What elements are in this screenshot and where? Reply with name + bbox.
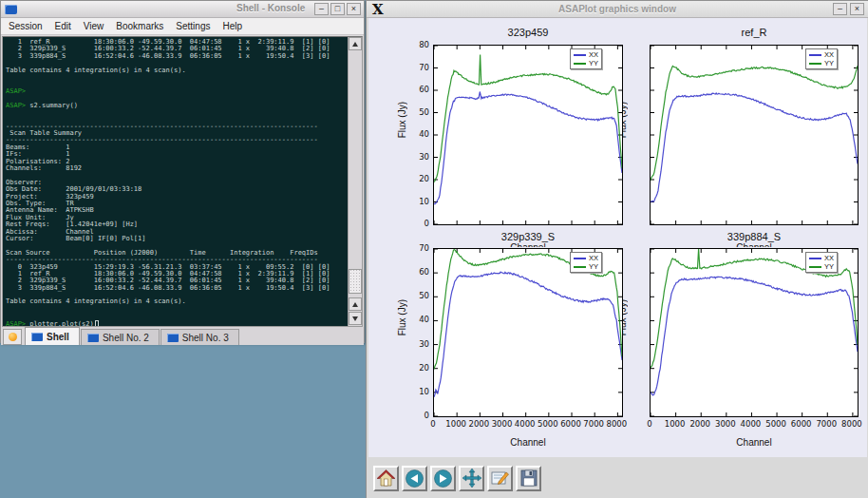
forward-icon	[434, 469, 452, 488]
clipped-xlabel: Channel	[650, 242, 859, 247]
asaplot-titlebar[interactable]: X ASAPlot graphics window – ×	[367, 1, 868, 18]
back-button[interactable]	[402, 466, 427, 491]
tab-shell-3[interactable]: Shell No. 3	[160, 329, 239, 345]
legend: XXYY	[570, 252, 602, 273]
home-button[interactable]	[373, 466, 399, 491]
menu-edit[interactable]: Edit	[55, 21, 71, 31]
legend-swatch-xx	[809, 258, 821, 259]
legend-label: YY	[589, 59, 598, 67]
subplot-axes-ref-r[interactable]	[650, 45, 859, 225]
x-tick-label: 7000	[812, 419, 840, 429]
subplot-axes-329p339s[interactable]	[433, 248, 623, 417]
tab-shell-3-label: Shell No. 3	[182, 333, 229, 343]
forward-button[interactable]	[430, 466, 456, 491]
edit-icon	[491, 469, 510, 488]
scroll-up-icon[interactable]	[349, 297, 362, 311]
terminal-tab-icon	[167, 334, 179, 342]
y-tick-label: 40	[408, 129, 429, 139]
konsole-app-icon	[5, 5, 17, 14]
legend-label: XX	[824, 254, 834, 262]
clipped-xlabel: Channel	[433, 242, 623, 247]
x-tick-label: 6000	[787, 419, 816, 429]
legend-swatch-xx	[809, 54, 821, 56]
menu-help[interactable]: Help	[222, 21, 242, 31]
close-button[interactable]: ×	[850, 3, 864, 15]
plot-canvas[interactable]: 323p459 ref_R 329p339_S 339p884_S Channe…	[368, 18, 867, 457]
tab-shell-label: Shell	[47, 332, 69, 342]
new-session-button[interactable]	[3, 329, 22, 345]
save-button[interactable]	[516, 466, 541, 491]
pan-button[interactable]	[459, 466, 484, 491]
y-tick-label: 10	[408, 197, 429, 206]
scroll-down-icon[interactable]	[349, 312, 362, 325]
x-axis-label: Channel	[650, 437, 859, 448]
x-tick-label: 0	[635, 419, 664, 429]
terminal-scrollbar[interactable]	[348, 37, 362, 326]
x-tick-label: 3000	[711, 419, 740, 429]
legend-swatch-yy	[574, 63, 586, 65]
session-lamp-icon	[9, 333, 17, 341]
minimize-button[interactable]: –	[833, 3, 847, 15]
subplot-axes-323p459[interactable]	[433, 45, 623, 225]
menu-view[interactable]: View	[84, 21, 104, 31]
terminal-tab-icon	[31, 333, 43, 341]
legend-swatch-yy	[574, 266, 586, 268]
subplot-title: 329p339_S	[433, 231, 623, 242]
legend-label: YY	[589, 262, 598, 271]
subplot-title: 323p459	[433, 27, 623, 38]
x-tick-label: 8000	[602, 419, 631, 429]
x-tick-label: 8000	[838, 419, 866, 429]
maximize-button[interactable]: □	[330, 3, 345, 15]
legend-label: XX	[824, 50, 834, 59]
subplot-title: 339p884_S	[650, 231, 859, 242]
menu-settings[interactable]: Settings	[176, 21, 210, 31]
y-tick-label: 70	[408, 243, 429, 253]
x-tick-label: 1000	[661, 419, 689, 429]
menu-bookmarks[interactable]: Bookmarks	[116, 21, 163, 31]
legend-label: XX	[589, 50, 598, 59]
save-icon	[520, 469, 538, 487]
y-tick-label: 60	[408, 85, 429, 94]
konsole-titlebar[interactable]: Shell - Konsole – □ ×	[1, 1, 364, 18]
subplot-title: ref_R	[650, 27, 859, 38]
y-axis-label: Flux (Jy)	[397, 102, 407, 138]
scrollbar-thumb[interactable]	[349, 269, 362, 294]
asaplot-window: X ASAPlot graphics window – × 323p459 re…	[366, 0, 868, 498]
y-tick-label: 80	[408, 40, 429, 49]
konsole-menubar: Session Edit View Bookmarks Settings Hel…	[1, 18, 364, 35]
legend-label: YY	[824, 59, 834, 67]
home-icon	[377, 469, 395, 488]
legend-swatch-xx	[574, 54, 586, 56]
x-tick-label: 4000	[736, 419, 764, 429]
y-tick-label: 0	[408, 219, 429, 228]
terminal-output[interactable]: 1 ref_R 18:30:06.0 -49.59.30.0 04:47:58 …	[3, 37, 348, 326]
y-tick-label: 30	[408, 339, 429, 349]
konsole-window: Shell - Konsole – □ × Session Edit View …	[0, 0, 365, 343]
legend: XXYY	[805, 252, 838, 273]
minimize-button[interactable]: –	[314, 3, 329, 15]
subplot-axes-339p884s[interactable]	[650, 248, 859, 417]
legend-label: XX	[589, 254, 598, 262]
legend: XXYY	[805, 48, 838, 69]
y-tick-label: 60	[408, 267, 429, 277]
tab-shell[interactable]: Shell	[25, 327, 80, 345]
y-tick-label: 20	[408, 174, 429, 183]
edit-button[interactable]	[487, 466, 513, 491]
tab-shell-2[interactable]: Shell No. 2	[81, 329, 160, 345]
y-tick-label: 40	[408, 315, 429, 324]
konsole-window-title: Shell - Konsole	[236, 3, 305, 13]
terminal-tab-icon	[87, 334, 99, 342]
y-tick-label: 50	[408, 291, 429, 300]
legend-swatch-yy	[809, 63, 821, 65]
menu-session[interactable]: Session	[9, 21, 43, 31]
y-axis-label: Flux (Jy)	[397, 299, 407, 335]
y-tick-label: 20	[408, 363, 429, 373]
scroll-up-icon[interactable]	[349, 37, 362, 50]
legend-label: YY	[824, 262, 834, 271]
legend: XXYY	[570, 48, 602, 69]
y-tick-label: 10	[408, 387, 429, 396]
y-tick-label: 70	[408, 63, 429, 72]
konsole-tabbar: Shell Shell No. 2 Shell No. 3	[1, 327, 364, 345]
close-button[interactable]: ×	[347, 3, 361, 15]
pan-icon	[462, 469, 481, 488]
